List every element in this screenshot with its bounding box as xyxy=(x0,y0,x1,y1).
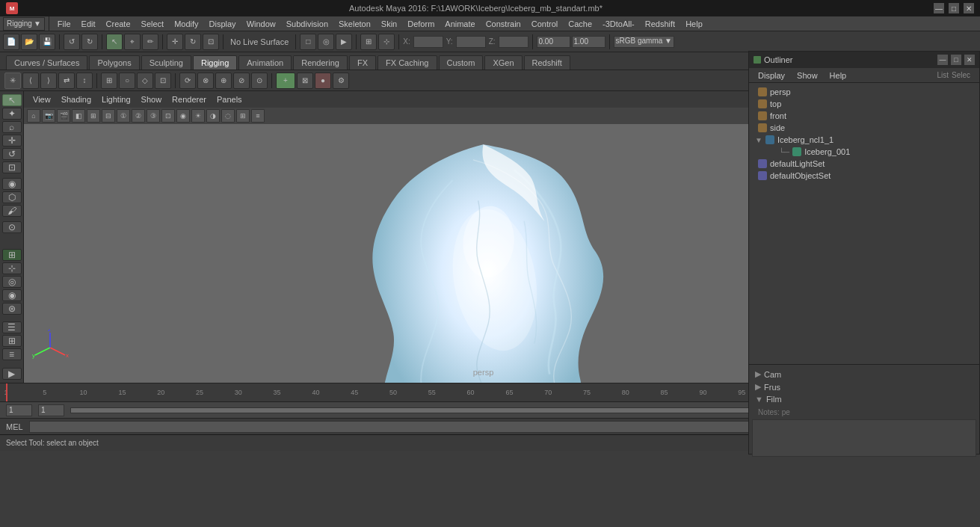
vp-res-btn[interactable]: ◧ xyxy=(72,109,85,123)
menu-redshift[interactable]: Redshift xyxy=(641,18,679,30)
outliner-item-objectset[interactable]: defaultObjectSet xyxy=(752,170,976,182)
film-section[interactable]: ▼ Film xyxy=(752,393,976,405)
vp-film-btn[interactable]: 🎬 xyxy=(57,109,70,123)
vp-shadow-btn[interactable]: ◑ xyxy=(206,109,220,123)
vp-gate-btn[interactable]: ⊟ xyxy=(102,109,115,123)
scale-tool-button[interactable]: ⊡ xyxy=(203,34,219,50)
tab-redshift[interactable]: Redshift xyxy=(524,55,570,70)
tool3[interactable]: ⟩ xyxy=(40,73,57,89)
menu-constrain[interactable]: Constrain xyxy=(481,18,526,30)
soft-mod-button[interactable]: ◉ xyxy=(2,178,22,190)
maximize-button[interactable]: □ xyxy=(949,3,959,13)
menu-window[interactable]: Window xyxy=(242,18,280,30)
close-button[interactable]: ✕ xyxy=(964,3,974,13)
tab-fx-caching[interactable]: FX Caching xyxy=(377,55,437,70)
list-label[interactable]: List xyxy=(937,71,949,79)
mode-dropdown[interactable]: Rigging ▼ xyxy=(3,17,45,31)
tab-rigging[interactable]: Rigging xyxy=(193,55,237,70)
select-label[interactable]: Selec xyxy=(952,71,970,79)
grid-btn[interactable]: ⊞ xyxy=(360,34,377,50)
render-btn[interactable]: □ xyxy=(300,34,316,50)
menu-select[interactable]: Select xyxy=(137,18,169,30)
surface-snap-button[interactable]: ◉ xyxy=(2,289,22,301)
select-tool[interactable]: ✳ xyxy=(4,73,21,89)
tool4[interactable]: ⇄ xyxy=(58,73,75,89)
menu-control[interactable]: Control xyxy=(527,18,562,30)
tab-xgen[interactable]: XGen xyxy=(484,55,522,70)
frustum-section[interactable]: ▶ Frus xyxy=(752,380,976,393)
outliner-item-persp[interactable]: persp xyxy=(752,86,976,98)
outliner-item-top[interactable]: top xyxy=(752,98,976,110)
notes-textarea[interactable] xyxy=(752,419,976,457)
menu-skeleton[interactable]: Skeleton xyxy=(334,18,375,30)
tool9[interactable]: ⊡ xyxy=(155,73,171,89)
value1-field[interactable] xyxy=(537,36,570,48)
scale-button[interactable]: ⊡ xyxy=(2,161,22,173)
menu-subdivision[interactable]: Subdivision xyxy=(282,18,333,30)
point-snap-button[interactable]: ⊹ xyxy=(2,262,22,274)
vp-menu-show[interactable]: Show xyxy=(137,93,167,105)
gamma-dropdown[interactable]: sRGB gamma ▼ xyxy=(614,36,674,48)
tool17[interactable]: ● xyxy=(315,73,331,89)
select-mode-button[interactable]: ↖ xyxy=(2,94,22,106)
ipr-btn[interactable]: ▶ xyxy=(336,34,352,50)
snapshot-btn[interactable]: ◎ xyxy=(318,34,334,50)
menu-skin[interactable]: Skin xyxy=(377,18,401,30)
vp-tog3[interactable]: ③ xyxy=(147,109,160,123)
outliner-item-lightset[interactable]: defaultLightSet xyxy=(752,158,976,170)
view-snap-button[interactable]: ⊛ xyxy=(2,303,22,315)
menu-help[interactable]: Help xyxy=(681,18,707,30)
tool10[interactable]: ⟳ xyxy=(179,73,196,89)
render-region-button[interactable]: ▶ xyxy=(2,368,22,380)
paint-tool-button[interactable]: ✏ xyxy=(142,34,158,50)
open-file-button[interactable]: 📂 xyxy=(21,34,37,50)
menu-create[interactable]: Create xyxy=(102,18,135,30)
range-slider[interactable] xyxy=(70,407,825,413)
move-tool-button[interactable]: ✛ xyxy=(167,34,183,50)
menu-modify[interactable]: Modify xyxy=(170,18,203,30)
menu-edit[interactable]: Edit xyxy=(77,18,100,30)
tool5[interactable]: ↕ xyxy=(76,73,93,89)
value2-field[interactable] xyxy=(572,36,605,48)
tab-fx[interactable]: FX xyxy=(349,55,376,70)
tool15[interactable]: + xyxy=(276,73,295,89)
vp-ao-btn[interactable]: ◌ xyxy=(221,109,235,123)
vp-menu-view[interactable]: View xyxy=(28,93,55,105)
vp-menu-shading[interactable]: Shading xyxy=(57,93,96,105)
range-start-input[interactable] xyxy=(6,404,32,416)
minimize-button[interactable]: — xyxy=(934,3,944,13)
tool2[interactable]: ⟨ xyxy=(22,73,39,89)
tool13[interactable]: ⊘ xyxy=(233,73,250,89)
y-field[interactable] xyxy=(456,36,486,48)
vp-light-btn[interactable]: ☀ xyxy=(191,109,205,123)
vp-menu-lighting[interactable]: Lighting xyxy=(97,93,135,105)
move-button[interactable]: ✛ xyxy=(2,135,22,147)
vp-tog1[interactable]: ① xyxy=(117,109,130,123)
outliner-help-menu[interactable]: Help xyxy=(825,70,851,81)
z-field[interactable] xyxy=(499,36,528,48)
tab-curves-surfaces[interactable]: Curves / Surfaces xyxy=(6,55,87,70)
paint-select-button[interactable]: ✦ xyxy=(2,108,22,120)
outliner-item-iceberg-ncl[interactable]: ▼ Iceberg_ncl1_1 xyxy=(752,134,976,146)
snap-grid-btn[interactable]: ⊹ xyxy=(378,34,395,50)
tool14[interactable]: ⊙ xyxy=(251,73,268,89)
tool12[interactable]: ⊕ xyxy=(215,73,232,89)
rotate-button[interactable]: ↺ xyxy=(2,148,22,160)
tab-polygons[interactable]: Polygons xyxy=(89,55,139,70)
x-field[interactable] xyxy=(413,36,443,48)
show-manip-button[interactable]: ⊙ xyxy=(2,221,22,233)
tool11[interactable]: ⊗ xyxy=(197,73,214,89)
tool7[interactable]: ○ xyxy=(119,73,135,89)
vp-menu-panels[interactable]: Panels xyxy=(212,93,247,105)
menu-3dtall[interactable]: -3DtoAll- xyxy=(598,18,639,30)
tab-sculpting[interactable]: Sculpting xyxy=(141,55,191,70)
new-file-button[interactable]: 📄 xyxy=(3,34,19,50)
outliner-item-iceberg-mesh[interactable]: └─ Iceberg_001 xyxy=(752,146,976,158)
grid-snap-button[interactable]: ⊞ xyxy=(2,249,22,261)
attr-editor-button[interactable]: ⊞ xyxy=(2,335,22,347)
tool6[interactable]: ⊞ xyxy=(101,73,117,89)
undo-button[interactable]: ↺ xyxy=(64,34,80,50)
tool18[interactable]: ⚙ xyxy=(333,73,349,89)
vp-grid-btn[interactable]: ⊞ xyxy=(236,109,250,123)
menu-deform[interactable]: Deform xyxy=(403,18,439,30)
